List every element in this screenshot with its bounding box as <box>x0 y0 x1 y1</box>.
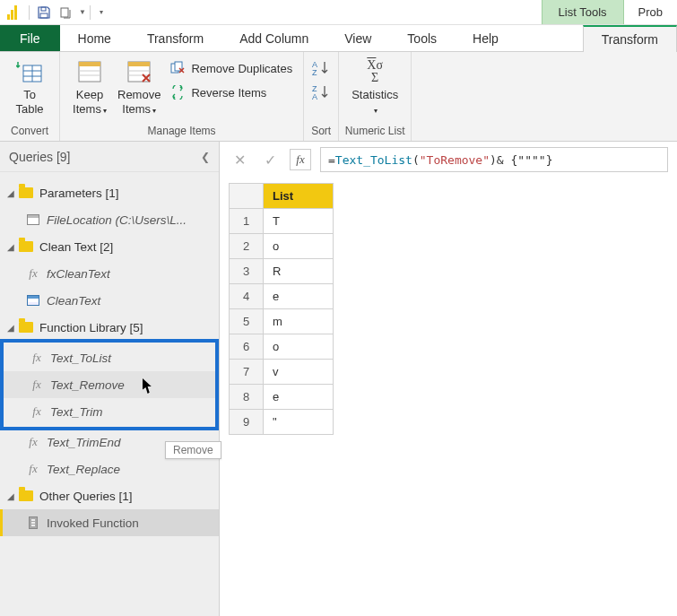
expand-icon[interactable]: ◢ <box>5 188 16 198</box>
expand-icon[interactable]: ◢ <box>5 491 16 501</box>
svg-rect-15 <box>128 62 150 66</box>
function-icon: fx <box>29 350 45 366</box>
cancel-formula-button[interactable]: ✕ <box>229 149 250 170</box>
parameter-icon <box>25 212 41 228</box>
remove-duplicates-button[interactable]: Remove Duplicates <box>166 57 296 79</box>
tab-home[interactable]: Home <box>60 25 129 51</box>
grid-cell[interactable]: R <box>264 259 334 284</box>
grid-cell[interactable]: e <box>264 284 334 309</box>
qat-dropdown-icon[interactable]: ▼ <box>79 8 86 16</box>
grid-row[interactable]: 2o <box>230 234 334 259</box>
tab-list-transform[interactable]: Transform <box>583 25 677 52</box>
svg-rect-3 <box>41 7 46 11</box>
tab-help[interactable]: Help <box>455 25 516 51</box>
statistics-button[interactable]: XσΣ Statistics▾ <box>346 56 404 117</box>
tree-item-filelocation[interactable]: FileLocation (C:\Users\L... <box>0 206 219 233</box>
grid-row-number[interactable]: 1 <box>230 209 264 234</box>
grid-cell[interactable]: e <box>264 385 334 410</box>
tree-item-text-tolist[interactable]: fx Text_ToList <box>4 344 215 371</box>
tree-item-text-remove[interactable]: fx Text_Remove <box>4 371 215 398</box>
tree-item-text-trim[interactable]: fx Text_Trim <box>4 398 215 425</box>
tab-transform[interactable]: Transform <box>129 25 221 51</box>
qat-separator-2 <box>90 5 91 20</box>
tree-item-fxcleantext[interactable]: fx fxCleanText <box>0 260 219 287</box>
grid-row-number[interactable]: 3 <box>230 259 264 284</box>
grid-row[interactable]: 3R <box>230 259 334 284</box>
tree-group-parameters[interactable]: ◢ Parameters [1] <box>0 179 219 206</box>
grid-row-number[interactable]: 4 <box>230 284 264 309</box>
grid-cell[interactable]: m <box>264 309 334 334</box>
keep-items-icon <box>75 57 104 86</box>
grid-row[interactable]: 4e <box>230 284 334 309</box>
grid-row-number[interactable]: 6 <box>230 334 264 360</box>
svg-rect-11 <box>79 62 100 66</box>
tree-item-cleantext[interactable]: CleanText <box>0 287 219 314</box>
list-icon <box>25 515 41 531</box>
svg-rect-1 <box>11 10 13 20</box>
tree-group-clean-text[interactable]: ◢ Clean Text [2] <box>0 233 219 260</box>
function-icon: fx <box>25 434 41 450</box>
grid-row[interactable]: 7v <box>230 360 334 385</box>
to-table-label: To Table <box>15 88 43 116</box>
ribbon-group-convert: To Table Convert <box>0 52 60 141</box>
grid-cell[interactable]: v <box>264 360 334 385</box>
function-icon: fx <box>29 377 45 393</box>
tab-tools[interactable]: Tools <box>389 25 455 51</box>
grid-row[interactable]: 1T <box>230 209 334 234</box>
grid-cell[interactable]: o <box>264 334 334 360</box>
ribbon-tabs: File Home Transform Add Column View Tool… <box>0 25 677 52</box>
grid-row-number[interactable]: 9 <box>230 410 264 435</box>
svg-rect-2 <box>14 5 17 20</box>
grid-corner[interactable] <box>230 184 264 209</box>
folder-icon <box>18 319 34 335</box>
data-grid[interactable]: List 1T2o3R4e5m6o7v8e9" <box>229 183 334 435</box>
undo-button[interactable] <box>55 2 76 23</box>
table-icon <box>25 292 41 308</box>
grid-cell[interactable]: " <box>264 410 334 435</box>
function-icon: fx <box>29 403 45 420</box>
window-title-tail: Prob <box>624 5 677 19</box>
function-icon: fx <box>25 265 41 282</box>
grid-column-header[interactable]: List <box>264 184 334 209</box>
reverse-items-button[interactable]: Reverse Items <box>166 82 296 103</box>
tree-item-text-replace[interactable]: fx Text_Replace <box>0 455 219 482</box>
svg-text:A: A <box>312 92 317 101</box>
grid-row[interactable]: 5m <box>230 309 334 334</box>
svg-rect-5 <box>61 8 68 17</box>
tree-group-other-queries[interactable]: ◢ Other Queries [1] <box>0 482 219 509</box>
grid-row-number[interactable]: 8 <box>230 385 264 410</box>
formula-input[interactable]: = Text_ToList("ToRemove") & {""""} <box>320 147 668 172</box>
sort-asc-button[interactable]: AZ <box>311 57 331 79</box>
expand-icon[interactable]: ◢ <box>5 323 16 333</box>
collapse-pane-icon[interactable]: ❮ <box>201 151 210 163</box>
grid-row[interactable]: 6o <box>230 334 334 360</box>
grid-row-number[interactable]: 5 <box>230 309 264 334</box>
commit-formula-button[interactable]: ✓ <box>259 149 281 170</box>
fx-icon[interactable]: fx <box>290 149 311 170</box>
main-area: Queries [9] ❮ ◢ Parameters [1] FileLocat… <box>0 142 677 616</box>
tab-add-column[interactable]: Add Column <box>221 25 326 51</box>
qat-customize-dropdown-icon[interactable]: ▾ <box>100 8 103 16</box>
annotation-highlight: fx Text_ToList fx Text_Remove fx Text_Tr… <box>0 339 219 430</box>
grid-row-number[interactable]: 7 <box>230 360 264 385</box>
svg-rect-4 <box>40 13 48 18</box>
tab-view[interactable]: View <box>326 25 389 51</box>
grid-row-number[interactable]: 2 <box>230 234 264 259</box>
keep-items-button[interactable]: Keep Items▾ <box>67 56 112 117</box>
tab-file[interactable]: File <box>0 25 60 51</box>
hover-tooltip: Remove <box>165 441 221 459</box>
remove-items-button[interactable]: Remove Items▾ <box>112 56 166 117</box>
ribbon-group-numeric-label: Numeric List <box>339 122 411 141</box>
grid-row[interactable]: 8e <box>230 385 334 410</box>
save-button[interactable] <box>33 2 55 23</box>
svg-text:Z: Z <box>312 68 317 77</box>
to-table-button[interactable]: To Table <box>7 56 52 117</box>
grid-cell[interactable]: T <box>264 209 334 234</box>
tree-group-function-library[interactable]: ◢ Function Library [5] <box>0 314 219 341</box>
expand-icon[interactable]: ◢ <box>5 242 16 252</box>
queries-header-label: Queries [9] <box>9 150 70 164</box>
grid-row[interactable]: 9" <box>230 410 334 435</box>
grid-cell[interactable]: o <box>264 234 334 259</box>
sort-desc-button[interactable]: ZA <box>311 82 331 103</box>
tree-item-invoked-function[interactable]: Invoked Function <box>0 509 219 536</box>
